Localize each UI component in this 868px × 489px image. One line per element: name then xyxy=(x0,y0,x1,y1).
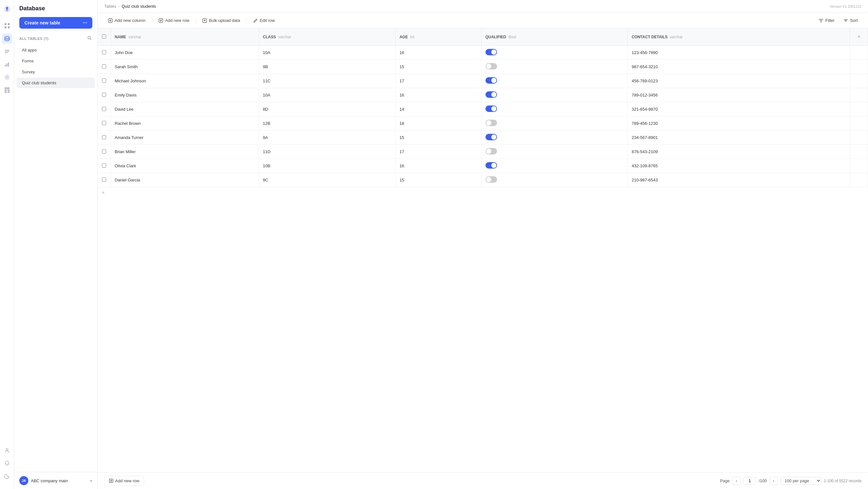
row-checkbox[interactable] xyxy=(102,178,106,182)
list-icon[interactable] xyxy=(2,46,12,57)
table-header-row: NAME varchar CLASS varchar AGE int QUALI… xyxy=(98,28,868,46)
cell-extra xyxy=(850,131,868,145)
cell-class: 9B xyxy=(259,60,396,74)
bulk-upload-label: Bulk upload data xyxy=(209,18,240,23)
qualified-toggle[interactable] xyxy=(486,49,497,55)
header-checkbox-cell[interactable] xyxy=(98,28,111,46)
header-col-name[interactable]: NAME varchar xyxy=(111,28,259,46)
row-checkbox[interactable] xyxy=(102,107,106,111)
select-all-checkbox[interactable] xyxy=(102,34,106,39)
prev-page-button[interactable]: ‹ xyxy=(732,477,741,485)
row-checkbox[interactable] xyxy=(102,64,106,68)
qualified-toggle[interactable] xyxy=(486,77,497,84)
bell-icon[interactable] xyxy=(2,458,12,468)
header-col-qualified[interactable]: QUALIFIED Bool xyxy=(481,28,628,46)
toggle-knob xyxy=(491,134,496,140)
sidebar-item-forms[interactable]: Forms xyxy=(17,56,95,66)
moon-icon[interactable] xyxy=(2,471,12,481)
logo-icon[interactable] xyxy=(2,4,12,14)
user-info: JA ABC company main xyxy=(19,476,68,485)
bulk-upload-button[interactable]: Bulk upload data xyxy=(198,16,244,25)
qualified-toggle[interactable] xyxy=(486,63,497,69)
row-checkbox[interactable] xyxy=(102,93,106,97)
row-checkbox-cell[interactable] xyxy=(98,131,111,145)
edit-row-button[interactable]: Edit row xyxy=(249,16,279,25)
header-add-col[interactable]: + xyxy=(850,28,868,46)
filter-button[interactable]: Filter xyxy=(815,16,838,25)
row-checkbox[interactable] xyxy=(102,149,106,153)
sidebar-item-all-apps[interactable]: All apps xyxy=(17,45,95,55)
row-checkbox[interactable] xyxy=(102,135,106,139)
chevron-down-icon[interactable]: ▾ xyxy=(90,478,92,483)
qualified-toggle[interactable] xyxy=(486,120,497,126)
col-name-label: NAME xyxy=(115,35,126,39)
qualified-toggle[interactable] xyxy=(486,105,497,112)
cell-age: 16 xyxy=(395,88,481,102)
qualified-toggle[interactable] xyxy=(486,176,497,183)
database-icon[interactable] xyxy=(2,33,12,44)
row-checkbox-cell[interactable] xyxy=(98,173,111,187)
table-area[interactable]: NAME varchar CLASS varchar AGE int QUALI… xyxy=(98,28,868,472)
settings-icon[interactable] xyxy=(2,72,12,82)
row-checkbox-cell[interactable] xyxy=(98,88,111,102)
toggle-knob xyxy=(491,50,496,55)
add-column-button[interactable]: Add new column xyxy=(104,16,149,25)
add-row-inline-button[interactable]: + xyxy=(98,187,868,198)
edit-row-label: Edit row xyxy=(260,18,275,23)
cell-class: 9A xyxy=(259,131,396,145)
header-col-age[interactable]: AGE int xyxy=(395,28,481,46)
row-checkbox-cell[interactable] xyxy=(98,117,111,131)
row-checkbox-cell[interactable] xyxy=(98,159,111,173)
sidebar-item-quiz-club[interactable]: Quiz club students xyxy=(17,78,95,88)
svg-point-18 xyxy=(6,449,8,450)
breadcrumb-left: Tables › Quiz club students xyxy=(104,4,156,9)
next-page-button[interactable]: › xyxy=(770,477,778,485)
page-input[interactable] xyxy=(743,477,756,485)
grid-icon[interactable] xyxy=(2,85,12,95)
apps-icon[interactable] xyxy=(2,21,12,31)
create-table-button[interactable]: Create new table ⋯ xyxy=(19,17,92,29)
sidebar-footer: JA ABC company main ▾ xyxy=(14,472,97,489)
row-checkbox[interactable] xyxy=(102,121,106,125)
chart-icon[interactable] xyxy=(2,59,12,69)
table-row: Brian Miller 11D 17 876-543-2109 xyxy=(98,145,868,159)
row-checkbox-cell[interactable] xyxy=(98,60,111,74)
cell-extra xyxy=(850,159,868,173)
header-col-class[interactable]: CLASS varchar xyxy=(259,28,396,46)
svg-point-5 xyxy=(5,36,9,38)
search-tables-button[interactable] xyxy=(87,35,92,42)
row-checkbox-cell[interactable] xyxy=(98,46,111,60)
toggle-knob xyxy=(491,106,496,111)
add-column-label: Add new column xyxy=(115,18,146,23)
row-checkbox[interactable] xyxy=(102,79,106,83)
cell-qualified xyxy=(481,88,628,102)
user-icon[interactable] xyxy=(2,445,12,456)
svg-rect-17 xyxy=(7,91,10,93)
add-row-toolbar-button[interactable]: Add new row xyxy=(155,16,193,25)
qualified-toggle[interactable] xyxy=(486,162,497,169)
svg-rect-8 xyxy=(5,53,8,53)
cell-class: 12B xyxy=(259,117,396,131)
toggle-knob xyxy=(491,92,496,97)
cell-name: Amanda Turner xyxy=(111,131,259,145)
add-row-footer-button[interactable]: Add new row xyxy=(104,476,144,486)
toggle-knob xyxy=(486,177,491,182)
add-column-plus-button[interactable]: + xyxy=(854,32,864,42)
sidebar-item-survey[interactable]: Survey xyxy=(17,67,95,77)
cell-class: 10B xyxy=(259,159,396,173)
qualified-toggle[interactable] xyxy=(486,148,497,154)
upload-icon xyxy=(203,18,207,23)
cell-qualified xyxy=(481,145,628,159)
per-page-select[interactable]: 100 per page 50 per page 25 per page xyxy=(780,477,822,485)
qualified-toggle[interactable] xyxy=(486,134,497,140)
row-checkbox[interactable] xyxy=(102,163,106,167)
row-checkbox[interactable] xyxy=(102,50,106,54)
row-checkbox-cell[interactable] xyxy=(98,145,111,159)
breadcrumb-tables-link[interactable]: Tables xyxy=(104,4,117,9)
row-checkbox-cell[interactable] xyxy=(98,102,111,117)
header-col-contact[interactable]: CONTACT DETAILS varchar xyxy=(628,28,850,46)
qualified-toggle[interactable] xyxy=(486,91,497,98)
cell-name: Rachel Brown xyxy=(111,117,259,131)
row-checkbox-cell[interactable] xyxy=(98,74,111,88)
sort-button[interactable]: Sort xyxy=(840,16,862,25)
